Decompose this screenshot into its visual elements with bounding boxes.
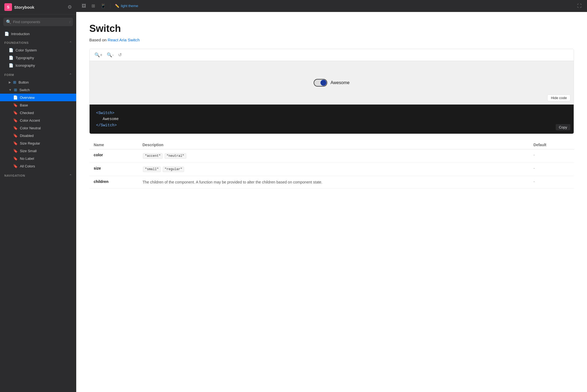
bookmark-icon: 🔖 <box>13 133 18 138</box>
image-view-button[interactable]: 🖼 <box>80 2 88 10</box>
prop-description: The children of the component. A functio… <box>142 180 322 184</box>
sidebar-item-size-small[interactable]: 🔖 Size Small <box>0 147 76 155</box>
sidebar-item-label: Color System <box>16 48 37 52</box>
content-area: Switch Based on React Aria Switch 🔍+ 🔍- … <box>76 12 587 392</box>
app-name: Storybook <box>14 5 34 10</box>
sidebar-item-all-colors[interactable]: 🔖 All Colors <box>0 162 76 170</box>
sidebar-item-label: Color Neutral <box>20 126 41 130</box>
search-input[interactable] <box>13 20 68 24</box>
code-pre: <Switch> Awesome</Switch> <box>96 110 567 128</box>
copy-button[interactable]: Copy <box>556 124 570 130</box>
theme-button[interactable]: ✏️ light theme <box>113 3 140 9</box>
gear-icon[interactable]: ⚙ <box>68 4 72 10</box>
storybook-logo: S <box>4 3 12 11</box>
main-panel: 🖼 ⊞ 📱 ✏️ light theme ⛶ Switch Based on R… <box>76 0 587 392</box>
navigation-title: NAVIGATION <box>4 174 25 177</box>
sidebar-item-checked[interactable]: 🔖 Checked <box>0 109 76 117</box>
switch-label: Awesome <box>331 80 350 85</box>
logo-area: S Storybook <box>4 3 34 11</box>
doc-icon: 📄 <box>9 48 13 52</box>
table-row: size "small" "regular" - <box>89 163 574 176</box>
navigation-header[interactable]: NAVIGATION ⌃ <box>0 172 76 179</box>
code-line-2: Awesome <box>96 116 567 122</box>
sidebar-item-switch[interactable]: ▼ ⊞ Switch <box>0 86 76 94</box>
bookmark-icon: 🔖 <box>13 141 18 145</box>
grid-view-button[interactable]: ⊞ <box>89 2 97 10</box>
prop-value-1: "accent" <box>143 153 163 159</box>
prop-default: - <box>533 179 535 184</box>
prop-name: children <box>94 179 108 184</box>
toolbar-separator <box>110 3 111 9</box>
sidebar-item-label: Size Regular <box>20 141 40 145</box>
section-navigation: NAVIGATION ⌃ <box>0 172 76 179</box>
search-shortcut: / <box>69 20 70 24</box>
section-form: FORM ⌃ ▶ ⊞ Button ▼ ⊞ Switch 📄 Overview … <box>0 71 76 170</box>
sidebar-item-typography[interactable]: 📄 Typography <box>0 54 76 62</box>
table-row: color "accent" "neutral" - <box>89 149 574 163</box>
sidebar-item-size-regular[interactable]: 🔖 Size Regular <box>0 139 76 147</box>
sidebar-item-color-accent[interactable]: 🔖 Color Accent <box>0 117 76 124</box>
switch-track[interactable] <box>314 79 327 87</box>
sidebar-item-label: Iconography <box>16 63 35 68</box>
expand-button[interactable]: ⛶ <box>575 2 584 10</box>
doc-icon: 📄 <box>9 63 13 68</box>
preview-display: Awesome Hide code <box>90 61 574 105</box>
bookmark-icon: 🔖 <box>13 111 18 115</box>
code-block: <Switch> Awesome</Switch> Copy <box>90 105 574 134</box>
preview-box: 🔍+ 🔍- ↺ Awesome Hide code <Switch> Aweso… <box>89 49 574 134</box>
theme-label: light theme <box>121 4 138 8</box>
foundations-title: FOUNDATIONS <box>4 41 29 44</box>
search-bar[interactable]: 🔍 / <box>3 18 73 26</box>
sidebar-item-no-label[interactable]: 🔖 No Label <box>0 155 76 162</box>
reset-zoom-button[interactable]: ↺ <box>117 51 123 59</box>
zoom-in-button[interactable]: 🔍+ <box>93 51 104 59</box>
hide-code-button[interactable]: Hide code <box>547 94 570 101</box>
prop-value-1: "small" <box>143 167 160 172</box>
prop-value-2: "regular" <box>163 167 184 172</box>
zoom-out-button[interactable]: 🔍- <box>105 51 115 59</box>
prop-default: - <box>533 153 535 157</box>
bookmark-icon: 🔖 <box>13 149 18 153</box>
doc-icon: 📄 <box>4 32 9 36</box>
chevron-down-icon: ⌃ <box>69 73 72 77</box>
prop-name: color <box>94 153 103 157</box>
grid-icon: ⊞ <box>13 80 16 84</box>
chevron-down-icon: ⌃ <box>69 41 72 45</box>
form-header[interactable]: FORM ⌃ <box>0 71 76 78</box>
table-row: children The children of the component. … <box>89 176 574 189</box>
toolbar: 🖼 ⊞ 📱 ✏️ light theme ⛶ <box>76 0 587 12</box>
foundations-header[interactable]: FOUNDATIONS ⌃ <box>0 39 76 46</box>
pencil-icon: ✏️ <box>115 4 119 8</box>
sidebar-item-base[interactable]: 🔖 Base <box>0 101 76 109</box>
bookmark-icon: 🔖 <box>13 164 18 168</box>
sidebar-item-label: Overview <box>20 96 35 100</box>
preview-controls: 🔍+ 🔍- ↺ <box>90 49 574 61</box>
sidebar: S Storybook ⚙ 🔍 / 📄 Introduction FOUNDAT… <box>0 0 76 392</box>
col-header-name: Name <box>89 140 138 149</box>
sidebar-item-introduction[interactable]: 📄 Introduction <box>0 29 76 38</box>
sidebar-item-label: Disabled <box>20 134 34 138</box>
sidebar-item-button[interactable]: ▶ ⊞ Button <box>0 78 76 86</box>
sidebar-item-color-system[interactable]: 📄 Color System <box>0 46 76 54</box>
code-line-3: </Switch> <box>96 123 117 127</box>
sidebar-item-label: No Label <box>20 157 34 161</box>
prop-name: size <box>94 166 101 170</box>
bookmark-icon: 🔖 <box>13 118 18 122</box>
expand-arrow-icon: ▶ <box>9 81 11 84</box>
sidebar-item-overview[interactable]: 📄 Overview <box>0 94 76 101</box>
mobile-view-button[interactable]: 📱 <box>98 2 108 10</box>
sidebar-item-label: Switch <box>19 88 30 92</box>
sidebar-item-label: Base <box>20 103 28 107</box>
sidebar-item-disabled[interactable]: 🔖 Disabled <box>0 132 76 139</box>
sidebar-item-label: All Colors <box>20 164 35 168</box>
search-icon: 🔍 <box>6 19 11 24</box>
switch-demo[interactable]: Awesome <box>314 79 350 87</box>
form-title: FORM <box>4 73 14 76</box>
section-foundations: FOUNDATIONS ⌃ 📄 Color System 📄 Typograph… <box>0 39 76 69</box>
sidebar-item-color-neutral[interactable]: 🔖 Color Neutral <box>0 124 76 132</box>
doc-icon: 📄 <box>9 56 13 60</box>
sidebar-header: S Storybook ⚙ <box>0 0 76 14</box>
doc-icon: 📄 <box>13 95 18 100</box>
subtitle-link[interactable]: React Aria Switch <box>108 38 140 42</box>
sidebar-item-iconography[interactable]: 📄 Iconography <box>0 62 76 69</box>
